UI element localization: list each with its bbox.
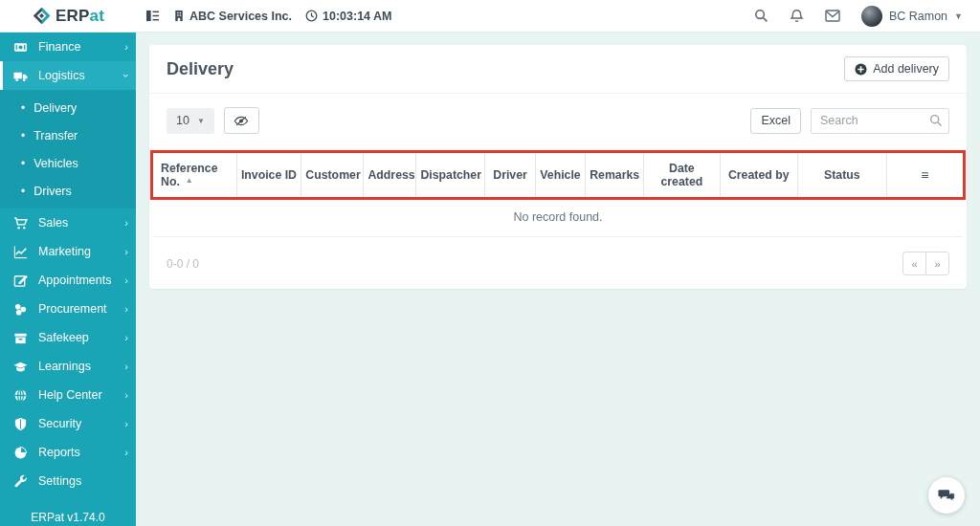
col-vehicle[interactable]: Vehicle <box>535 153 585 197</box>
page-title: Delivery <box>167 59 234 79</box>
main-content: Delivery Add delivery 10 ▼ <box>136 33 980 526</box>
clock-icon <box>305 10 318 22</box>
bullet-icon: • <box>21 157 25 170</box>
sidebar-subitem-delivery[interactable]: •Delivery <box>0 94 136 121</box>
sidebar-item-help-center[interactable]: Help Center› <box>0 381 136 409</box>
delivery-card: Delivery Add delivery 10 ▼ <box>149 45 967 289</box>
building-icon <box>173 10 185 22</box>
col-remarks[interactable]: Remarks <box>586 153 644 197</box>
sidebar-item-label: Settings <box>38 474 128 488</box>
mail-icon[interactable] <box>825 10 840 22</box>
avatar <box>861 6 882 27</box>
sidebar-item-label: Learnings <box>38 360 124 373</box>
sidebar-item-safekeep[interactable]: Safekeep› <box>0 323 136 352</box>
col-status[interactable]: Status <box>797 153 886 197</box>
cube-logo-icon <box>32 6 52 26</box>
brand-logo[interactable]: ERPat <box>0 0 136 32</box>
money-icon <box>13 40 28 55</box>
eye-slash-icon <box>234 115 249 127</box>
edit-icon <box>13 274 28 288</box>
caret-down-icon: ▼ <box>197 117 205 125</box>
chevron-right-icon: › <box>124 303 128 315</box>
sidebar-item-procurement[interactable]: Procurement› <box>0 295 136 323</box>
card-footer: 0-0 / 0 « » <box>149 237 967 289</box>
globe-icon <box>13 388 28 403</box>
col-driver[interactable]: Driver <box>485 153 535 197</box>
col-invoice-id[interactable]: Invoice ID <box>236 153 301 197</box>
sidebar-subitem-label: Delivery <box>33 101 77 115</box>
bullet-icon: • <box>21 129 25 142</box>
topbar: ERPat ABC Services Inc. <box>0 0 980 33</box>
sidebar-subitem-drivers[interactable]: •Drivers <box>0 177 136 205</box>
caret-down-icon: ▼ <box>954 11 963 21</box>
excel-export-button[interactable]: Excel <box>750 108 801 134</box>
chat-icon <box>938 488 955 503</box>
next-page-button[interactable]: » <box>925 252 949 275</box>
col-date-created[interactable]: Date created <box>644 153 721 197</box>
table-zone: Reference No.▲Invoice IDCustomerAddressD… <box>149 145 967 237</box>
sidebar-subitem-label: Drivers <box>33 185 72 198</box>
chart-line-icon <box>13 245 28 259</box>
sidebar-item-logistics[interactable]: Logistics› <box>0 61 136 90</box>
sidebar-item-appointments[interactable]: Appointments› <box>0 266 136 295</box>
sidebar-item-label: Procurement <box>38 302 124 316</box>
prev-page-button[interactable]: « <box>902 252 926 275</box>
chevron-right-icon: › <box>124 447 128 458</box>
bullet-icon: • <box>21 185 25 198</box>
sidebar-toggle-icon[interactable] <box>145 10 160 22</box>
chevron-right-icon: › <box>124 246 128 257</box>
sidebar-item-finance[interactable]: Finance› <box>0 33 136 61</box>
sidebar-item-marketing[interactable]: Marketing› <box>0 237 136 266</box>
column-visibility-button[interactable] <box>224 107 259 134</box>
sidebar-item-label: Reports <box>38 446 124 459</box>
clock-display: 10:03:14 AM <box>305 10 392 23</box>
chat-fab-button[interactable] <box>928 477 965 514</box>
chevron-right-icon: › <box>124 274 128 286</box>
sidebar-subitem-label: Transfer <box>33 129 78 142</box>
shield-icon <box>13 417 28 431</box>
search-icon[interactable] <box>754 9 768 23</box>
boxes-icon <box>13 302 28 317</box>
delivery-table: Reference No.▲Invoice IDCustomerAddressD… <box>153 153 963 237</box>
col-dispatcher[interactable]: Dispatcher <box>416 153 485 197</box>
graduation-icon <box>13 360 28 374</box>
archive-icon <box>13 331 28 345</box>
bell-icon[interactable] <box>790 9 804 23</box>
sidebar-item-label: Finance <box>38 40 124 54</box>
current-time: 10:03:14 AM <box>323 10 392 23</box>
user-name: BC Ramon <box>889 10 947 23</box>
col-customer[interactable]: Customer <box>301 153 364 197</box>
sidebar-nav: Finance›Logistics›•Delivery•Transfer•Veh… <box>0 33 136 495</box>
sidebar-item-label: Appointments <box>38 274 124 287</box>
app-version: ERPat v1.74.0 <box>0 495 136 526</box>
add-delivery-button[interactable]: Add delivery <box>844 56 949 81</box>
sort-asc-icon: ▲ <box>186 176 193 185</box>
sidebar-item-security[interactable]: Security› <box>0 409 136 438</box>
pagination-range: 0-0 / 0 <box>167 257 199 271</box>
row-menu-icon: ≡ <box>921 167 928 183</box>
sidebar-item-settings[interactable]: Settings <box>0 467 136 495</box>
wrench-icon <box>13 474 28 489</box>
sidebar-item-reports[interactable]: Reports› <box>0 438 136 467</box>
col-row-menu[interactable]: ≡ <box>886 153 963 197</box>
user-menu[interactable]: BC Ramon ▼ <box>861 6 963 27</box>
sidebar-item-label: Safekeep <box>38 331 124 344</box>
table-toolbar: 10 ▼ Excel <box>149 94 967 145</box>
search-icon[interactable] <box>929 114 943 127</box>
company-selector[interactable]: ABC Services Inc. <box>173 10 292 23</box>
chevron-right-icon: › <box>124 361 128 372</box>
sidebar-item-label: Logistics <box>38 69 124 82</box>
cart-icon <box>13 216 28 230</box>
col-address[interactable]: Address <box>364 153 416 197</box>
col-reference-no[interactable]: Reference No.▲ <box>153 153 236 197</box>
table-search <box>811 108 949 134</box>
page-size-select[interactable]: 10 ▼ <box>167 108 214 134</box>
chevron-down-icon: › <box>121 74 132 77</box>
sidebar-item-sales[interactable]: Sales› <box>0 208 136 237</box>
empty-message: No record found. <box>153 197 963 237</box>
sidebar-item-learnings[interactable]: Learnings› <box>0 352 136 381</box>
sidebar-subitem-transfer[interactable]: •Transfer <box>0 121 136 149</box>
col-created-by[interactable]: Created by <box>720 153 797 197</box>
chevron-right-icon: › <box>124 389 128 401</box>
sidebar-subitem-vehicles[interactable]: •Vehicles <box>0 149 136 177</box>
